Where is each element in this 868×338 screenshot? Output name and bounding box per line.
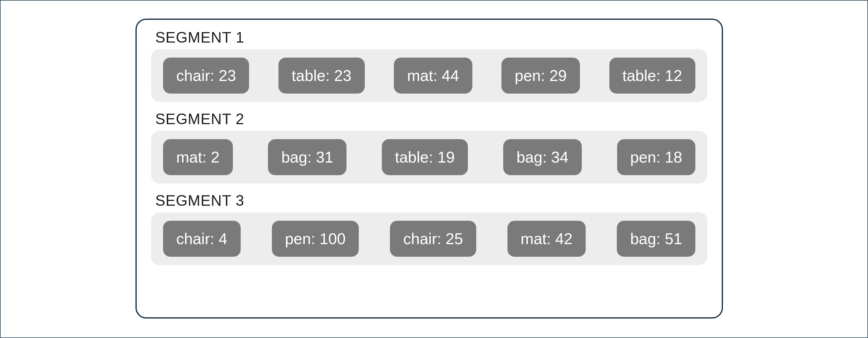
segment-2-row: mat: 2 bag: 31 table: 19 bag: 34 pen: 18 xyxy=(151,131,707,184)
segment-3-title: SEGMENT 3 xyxy=(155,192,707,209)
segment-2-title: SEGMENT 2 xyxy=(155,110,707,128)
segment-1-item-3: pen: 29 xyxy=(501,58,580,93)
segment-2-item-0: mat: 2 xyxy=(163,139,233,175)
segment-2: SEGMENT 2 mat: 2 bag: 31 table: 19 bag: … xyxy=(151,110,707,184)
segment-1-item-1: table: 23 xyxy=(278,58,365,93)
segment-3-item-2: chair: 25 xyxy=(390,221,476,257)
segment-3-item-1: pen: 100 xyxy=(272,221,359,257)
segment-2-item-4: pen: 18 xyxy=(617,139,696,175)
segment-3: SEGMENT 3 chair: 4 pen: 100 chair: 25 ma… xyxy=(151,192,707,265)
segment-3-row: chair: 4 pen: 100 chair: 25 mat: 42 bag:… xyxy=(151,212,707,265)
segment-2-item-1: bag: 31 xyxy=(268,139,346,175)
segment-1-item-4: table: 12 xyxy=(609,58,696,93)
segments-panel: SEGMENT 1 chair: 23 table: 23 mat: 44 pe… xyxy=(135,19,723,318)
outer-frame: SEGMENT 1 chair: 23 table: 23 mat: 44 pe… xyxy=(0,0,868,338)
segment-1: SEGMENT 1 chair: 23 table: 23 mat: 44 pe… xyxy=(151,29,707,102)
segment-2-item-2: table: 19 xyxy=(382,139,468,175)
segment-1-item-0: chair: 23 xyxy=(163,58,249,93)
segment-1-item-2: mat: 44 xyxy=(394,58,472,93)
segment-3-item-4: bag: 51 xyxy=(617,221,695,257)
segment-3-item-3: mat: 42 xyxy=(507,221,586,257)
segment-3-item-0: chair: 4 xyxy=(163,221,241,257)
segment-1-title: SEGMENT 1 xyxy=(155,29,707,46)
segment-1-row: chair: 23 table: 23 mat: 44 pen: 29 tabl… xyxy=(151,49,707,102)
segment-2-item-3: bag: 34 xyxy=(503,139,582,175)
